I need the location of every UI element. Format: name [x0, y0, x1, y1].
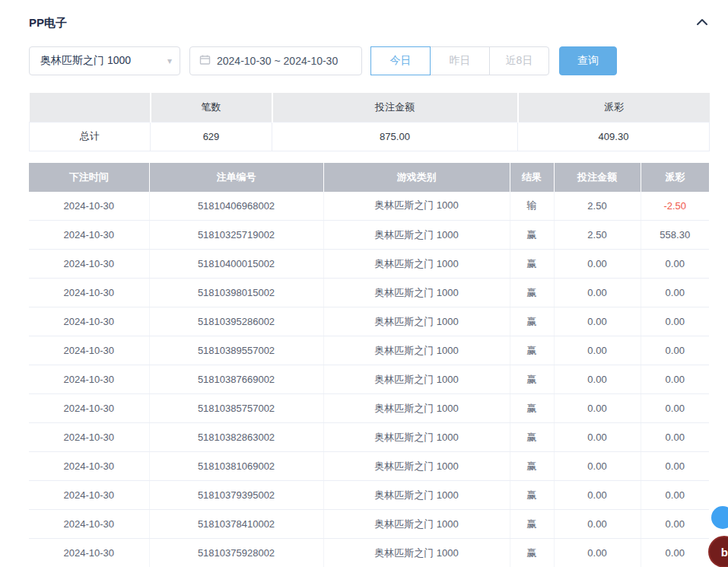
- cell-bet-id: 51810382863002: [149, 423, 323, 452]
- cell-bet-amount: 0.00: [554, 481, 641, 510]
- table-row: 2024-10-30 51810325719002 奥林匹斯之门 1000 赢 …: [29, 221, 709, 250]
- records-header-row: 下注时间 注单编号 游戏类别 结果 投注金额 派彩: [29, 163, 709, 192]
- summary-header-payout: 派彩: [518, 93, 710, 122]
- cell-bet-time: 2024-10-30: [29, 394, 149, 423]
- cell-payout: 0.00: [641, 510, 709, 539]
- collapse-panel-button[interactable]: [695, 16, 709, 30]
- cell-bet-time: 2024-10-30: [29, 539, 149, 567]
- table-row: 2024-10-30 51810381069002 奥林匹斯之门 1000 赢 …: [29, 452, 709, 481]
- cell-game-category: 奥林匹斯之门 1000: [323, 365, 510, 394]
- cell-payout: 0.00: [641, 336, 709, 365]
- cell-game-category: 奥林匹斯之门 1000: [323, 452, 510, 481]
- summary-total-payout: 409.30: [518, 122, 710, 151]
- chat-float-button[interactable]: [711, 506, 728, 529]
- calendar-icon: [199, 54, 211, 68]
- table-row: 2024-10-30 51810395286002 奥林匹斯之门 1000 赢 …: [29, 307, 709, 336]
- date-range-value: 2024-10-30 ~ 2024-10-30: [217, 55, 338, 67]
- search-button[interactable]: 查询: [559, 46, 617, 75]
- cell-bet-time: 2024-10-30: [29, 307, 149, 336]
- cell-game-category: 奥林匹斯之门 1000: [323, 510, 510, 539]
- cell-result: 赢: [510, 336, 554, 365]
- cell-bet-time: 2024-10-30: [29, 279, 149, 307]
- cell-bet-amount: 0.00: [554, 279, 641, 307]
- cell-bet-id: 51810375928002: [149, 539, 323, 567]
- cell-game-category: 奥林匹斯之门 1000: [323, 307, 510, 336]
- cell-game-category: 奥林匹斯之门 1000: [323, 481, 510, 510]
- cell-bet-time: 2024-10-30: [29, 365, 149, 394]
- date-range-input[interactable]: 2024-10-30 ~ 2024-10-30: [189, 46, 362, 75]
- cell-bet-id: 51810398015002: [149, 279, 323, 307]
- cell-result: 赢: [510, 539, 554, 567]
- cell-bet-id: 51810325719002: [149, 221, 323, 250]
- header-payout: 派彩: [641, 163, 709, 192]
- quick-date-button[interactable]: 今日: [370, 46, 431, 75]
- cell-bet-amount: 0.00: [554, 452, 641, 481]
- table-row: 2024-10-30 51810375928002 奥林匹斯之门 1000 赢 …: [29, 539, 709, 567]
- cell-bet-amount: 0.00: [554, 307, 641, 336]
- cell-bet-time: 2024-10-30: [29, 250, 149, 279]
- cell-bet-id: 51810381069002: [149, 452, 323, 481]
- cell-bet-time: 2024-10-30: [29, 423, 149, 452]
- cell-result: 赢: [510, 279, 554, 307]
- quick-date-button[interactable]: 昨日: [430, 46, 490, 75]
- table-row: 2024-10-30 51810385757002 奥林匹斯之门 1000 赢 …: [29, 394, 709, 423]
- cell-bet-amount: 2.50: [554, 192, 641, 221]
- cell-payout: 558.30: [641, 221, 709, 250]
- cell-bet-id: 51810400015002: [149, 250, 323, 279]
- cell-bet-time: 2024-10-30: [29, 510, 149, 539]
- cell-game-category: 奥林匹斯之门 1000: [323, 192, 510, 221]
- cell-result: 赢: [510, 307, 554, 336]
- records-table: 下注时间 注单编号 游戏类别 结果 投注金额 派彩 2024-10-30 518…: [29, 163, 709, 567]
- cell-bet-amount: 0.00: [554, 336, 641, 365]
- cell-game-category: 奥林匹斯之门 1000: [323, 539, 510, 567]
- cell-bet-amount: 2.50: [554, 221, 641, 250]
- cell-payout: 0.00: [641, 307, 709, 336]
- cell-bet-amount: 0.00: [554, 365, 641, 394]
- cell-game-category: 奥林匹斯之门 1000: [323, 336, 510, 365]
- cell-game-category: 奥林匹斯之门 1000: [323, 423, 510, 452]
- cell-bet-amount: 0.00: [554, 423, 641, 452]
- cell-bet-amount: 0.00: [554, 394, 641, 423]
- summary-total-bet: 875.00: [272, 122, 518, 151]
- summary-total-label: 总计: [30, 122, 151, 151]
- brand-badge-label: b: [721, 546, 728, 559]
- records-table-body: 2024-10-30 51810406968002 奥林匹斯之门 1000 输 …: [29, 192, 709, 567]
- cell-bet-amount: 0.00: [554, 250, 641, 279]
- summary-header-empty: [30, 93, 151, 122]
- cell-payout: 0.00: [641, 452, 709, 481]
- cell-game-category: 奥林匹斯之门 1000: [323, 279, 510, 307]
- cell-payout: 0.00: [641, 250, 709, 279]
- summary-header-bet: 投注金额: [272, 93, 518, 122]
- cell-bet-amount: 0.00: [554, 539, 641, 567]
- header-result: 结果: [510, 163, 554, 192]
- game-select-value: 奥林匹斯之门 1000: [40, 54, 131, 68]
- quick-date-button[interactable]: 近8日: [489, 46, 549, 75]
- cell-bet-id: 51810395286002: [149, 307, 323, 336]
- cell-payout: 0.00: [641, 394, 709, 423]
- summary-table: 笔数 投注金额 派彩 总计 629 875.00 409.30: [29, 93, 710, 151]
- cell-result: 赢: [510, 394, 554, 423]
- table-row: 2024-10-30 51810389557002 奥林匹斯之门 1000 赢 …: [29, 336, 709, 365]
- cell-result: 赢: [510, 423, 554, 452]
- cell-result: 赢: [510, 481, 554, 510]
- header-game-category: 游戏类别: [323, 163, 510, 192]
- quick-date-button-group: 今日 昨日 近8日: [371, 46, 549, 75]
- betting-records-page: PP电子 奥林匹斯之门 1000 ▾ 2024-10-30 ~ 2024-10-…: [0, 0, 728, 567]
- cell-bet-id: 51810385757002: [149, 394, 323, 423]
- cell-game-category: 奥林匹斯之门 1000: [323, 394, 510, 423]
- cell-game-category: 奥林匹斯之门 1000: [323, 221, 510, 250]
- page-title: PP电子: [29, 16, 67, 30]
- table-row: 2024-10-30 51810400015002 奥林匹斯之门 1000 赢 …: [29, 250, 709, 279]
- game-select[interactable]: 奥林匹斯之门 1000 ▾: [29, 46, 180, 75]
- cell-payout: -2.50: [641, 192, 709, 221]
- cell-payout: 0.00: [641, 481, 709, 510]
- cell-payout: 0.00: [641, 279, 709, 307]
- cell-payout: 0.00: [641, 539, 709, 567]
- cell-bet-amount: 0.00: [554, 510, 641, 539]
- header-bet-time: 下注时间: [29, 163, 149, 192]
- cell-payout: 0.00: [641, 365, 709, 394]
- chevron-down-icon: ▾: [167, 56, 172, 66]
- cell-result: 赢: [510, 365, 554, 394]
- summary-total-count: 629: [151, 122, 272, 151]
- cell-result: 赢: [510, 250, 554, 279]
